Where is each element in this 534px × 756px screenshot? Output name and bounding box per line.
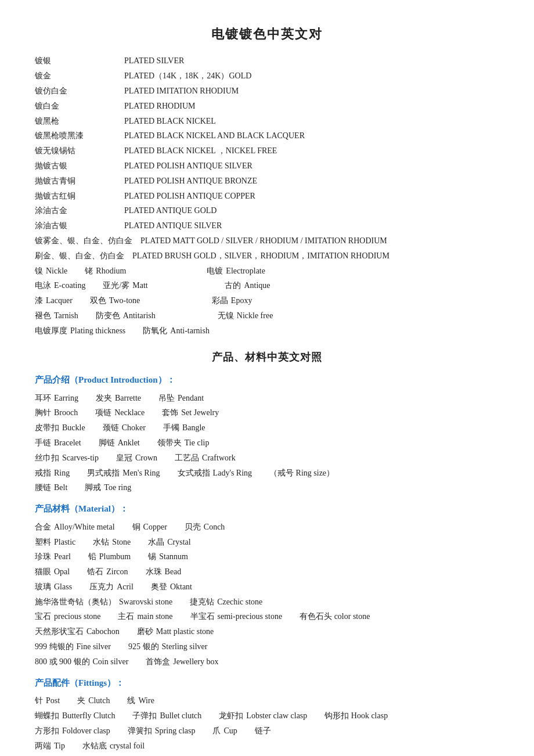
product-intro-title: 产品介绍（Product Introduction）： bbox=[35, 373, 499, 388]
section-cell: 丝巾扣 Scarves-tip bbox=[35, 451, 99, 465]
section-cell: 套饰 Set Jewelry bbox=[162, 406, 219, 420]
section-cell: 子弹扣 Bullet clutch bbox=[132, 709, 201, 723]
plating-zh: 镀黑枪 bbox=[35, 114, 116, 128]
section-cell: 胸针 Brooch bbox=[35, 406, 78, 420]
section-cell: 链子 bbox=[255, 724, 274, 738]
material-content: 合金 Alloy/White metal铜 Copper贝壳 Conch塑料 P… bbox=[35, 520, 499, 669]
section-cell: 脚戒 Toe ring bbox=[85, 481, 131, 495]
term-cell: 镍 Nickle bbox=[35, 264, 67, 278]
section-cell: 耳环 Earring bbox=[35, 391, 78, 405]
plating-item: 镀黑枪 PLATED BLACK NICKEL bbox=[35, 114, 499, 128]
section-cell: 锆石 Zircon bbox=[87, 565, 128, 579]
section-cell: 工艺品 Craftwork bbox=[175, 451, 236, 465]
plating-en: PLATED ANTIQUE GOLD bbox=[116, 204, 217, 218]
section-cell: 蝴蝶扣 Butterfly Clutch bbox=[35, 709, 115, 723]
plating-zh: 镀黑枪喷黑漆 bbox=[35, 129, 116, 143]
plating-zh: 刷金、银、白金、仿白金 bbox=[35, 249, 124, 263]
plating-item: 抛镀古银 PLATED POLISH ANTIQUE SILVER bbox=[35, 159, 499, 173]
product-intro-content: 耳环 Earring发夹 Barrette吊坠 Pendant胸针 Brooch… bbox=[35, 391, 499, 495]
fittings-title: 产品配件（Fittings）： bbox=[35, 676, 499, 691]
section-row: 方形扣 Foldover clasp弹簧扣 Spring clasp爪 Cup链… bbox=[35, 724, 499, 738]
plating-item: 镀雾金、银、白金、仿白金 PLATED MATT GOLD / SILVER /… bbox=[35, 234, 499, 248]
section-cell: 合金 Alloy/White metal bbox=[35, 520, 115, 534]
section-cell: 锡 Stannum bbox=[148, 550, 188, 564]
plating-zh: 镀白金 bbox=[35, 99, 116, 113]
section-title: 产品、材料中英文对照 bbox=[35, 348, 499, 366]
term-cell: 褪色 Tarnish bbox=[35, 309, 78, 323]
plating-item: 镀金 PLATED（14K，18K，24K）GOLD bbox=[35, 69, 499, 83]
plating-item: 镀黑枪喷黑漆 PLATED BLACK NICKEL AND BLACK LAC… bbox=[35, 129, 499, 143]
plating-item: 镀银 PLATED SILVER bbox=[35, 54, 499, 68]
plating-zh: 抛镀古青铜 bbox=[35, 174, 116, 188]
section-cell: 925 银的 Sterling silver bbox=[128, 640, 207, 654]
section-row: 尾链 Tail chain套管形 Toggle链 chain bbox=[35, 754, 499, 756]
section-cell: 颈链 Choker bbox=[103, 421, 146, 435]
section-row: 玻璃 Glass压克力 Acril奥登 Oktant bbox=[35, 580, 499, 594]
plating-en: PLATED POLISH ANTIQUE SILVER bbox=[116, 159, 252, 173]
plating-section: 镀银 PLATED SILVER镀金 PLATED（14K，18K，24K）GO… bbox=[35, 54, 499, 337]
section-row: 戒指 Ring男式戒指 Men's Ring女式戒指 Lady's Ring（戒… bbox=[35, 466, 499, 480]
plating-en: PLATED POLISH ANTIQUE BRONZE bbox=[116, 174, 257, 188]
section-cell: 领带夹 Tie clip bbox=[157, 436, 210, 450]
section-cell: 铜 Copper bbox=[132, 520, 167, 534]
section-row: 施华洛世奇钻（奥钻） Swarovski stone捷克钻 Czechic st… bbox=[35, 595, 499, 609]
section-cell: 线 Wire bbox=[127, 694, 154, 708]
plating-zh: 抛镀古银 bbox=[35, 159, 116, 173]
term-cell: 彩晶 Epoxy bbox=[212, 294, 252, 308]
plating-zh: 抛镀古红铜 bbox=[35, 189, 116, 203]
section-cell: 宝石 precious stone bbox=[35, 610, 100, 624]
section-cell: 方形扣 Foldover clasp bbox=[35, 724, 110, 738]
section-cell: 半宝石 semi-precious stone bbox=[190, 610, 283, 624]
section-cell: 项链 Necklace bbox=[95, 406, 145, 420]
plating-term-row: 镍 Nickle铑 Rhodium电镀 Electroplate bbox=[35, 264, 499, 278]
section-cell: 玻璃 Glass bbox=[35, 580, 72, 594]
plating-en: PLATED ANTIQUE SILVER bbox=[116, 219, 222, 233]
section-cell: 发夹 Barrette bbox=[96, 391, 141, 405]
plating-en: PLATED POLISH ANTIQUE COPPER bbox=[116, 189, 255, 203]
section-cell: 钩形扣 Hook clasp bbox=[324, 709, 391, 723]
term-cell: 防氧化 Anti-tarnish bbox=[143, 324, 247, 338]
section-cell: 奥登 Oktant bbox=[151, 580, 192, 594]
section-cell: 天然形状宝石 Cabochon bbox=[35, 625, 120, 639]
section-cell: 手镯 Bangle bbox=[163, 421, 205, 435]
section-cell: 999 纯银的 Fine silver bbox=[35, 640, 111, 654]
section-row: 针 Post夹 Clutch线 Wire bbox=[35, 694, 499, 708]
term-cell: 古的 Antique bbox=[225, 279, 270, 293]
plating-term-row: 电镀厚度 Plating thickness防氧化 Anti-tarnish bbox=[35, 324, 499, 338]
plating-item: 抛镀古青铜 PLATED POLISH ANTIQUE BRONZE bbox=[35, 174, 499, 188]
material-title: 产品材料（Material）： bbox=[35, 502, 499, 517]
section-cell: 尾链 Tail chain bbox=[35, 754, 86, 756]
section-cell: 水珠 Bead bbox=[146, 565, 182, 579]
section-cell: 皇冠 Crown bbox=[116, 451, 157, 465]
section-row: 手链 Bracelet脚链 Anklet领带夹 Tie clip bbox=[35, 436, 499, 450]
plating-en: PLATED（14K，18K，24K）GOLD bbox=[116, 69, 251, 83]
plating-item: 镀仿白金 PLATED IMITATION RHODIUM bbox=[35, 84, 499, 98]
plating-item: 抛镀古红铜 PLATED POLISH ANTIQUE COPPER bbox=[35, 189, 499, 203]
main-title: 电镀镀色中英文对 bbox=[35, 23, 499, 45]
section-cell: 针 Post bbox=[35, 694, 60, 708]
term-cell: 亚光/雾 Matt bbox=[103, 279, 207, 293]
plating-zh: 镀雾金、银、白金、仿白金 bbox=[35, 234, 132, 248]
plating-item: 刷金、银、白金、仿白金 PLATED BRUSH GOLD，SILVER，RHO… bbox=[35, 249, 499, 263]
section-row: 丝巾扣 Scarves-tip皇冠 Crown工艺品 Craftwork bbox=[35, 451, 499, 465]
section-cell: 吊坠 Pendant bbox=[158, 391, 204, 405]
section-cell: 爪 Cup bbox=[212, 724, 237, 738]
section-row: 胸针 Brooch项链 Necklace套饰 Set Jewelry bbox=[35, 406, 499, 420]
section-cell: 猫眼 Opal bbox=[35, 565, 70, 579]
section-cell: 套管形 Toggle bbox=[103, 754, 153, 756]
section-row: 腰链 Belt脚戒 Toe ring bbox=[35, 481, 499, 495]
plating-zh: 镀银 bbox=[35, 54, 116, 68]
section-cell: 塑料 Plastic bbox=[35, 535, 75, 549]
section-cell: 有色石头 color stone bbox=[300, 610, 373, 624]
plating-en: PLATED MATT GOLD / SILVER / RHODIUM / IM… bbox=[132, 234, 387, 248]
plating-en: PLATED SILVER bbox=[116, 54, 184, 68]
section-cell: 铅 Plumbum bbox=[88, 550, 131, 564]
section-cell: 夹 Clutch bbox=[77, 694, 110, 708]
section-cell: 男式戒指 Men's Ring bbox=[87, 466, 160, 480]
section-row: 皮带扣 Buckle颈链 Choker手镯 Bangle bbox=[35, 421, 499, 435]
section-cell: 首饰盒 Jewellery box bbox=[146, 655, 218, 669]
plating-term-row: 漆 Lacquer双色 Two-tone彩晶 Epoxy bbox=[35, 294, 499, 308]
section-cell: 磨砂 Matt plastic stone bbox=[137, 625, 214, 639]
term-cell: 无镍 Nickle free bbox=[218, 309, 273, 323]
plating-item: 镀白金 PLATED RHODIUM bbox=[35, 99, 499, 113]
